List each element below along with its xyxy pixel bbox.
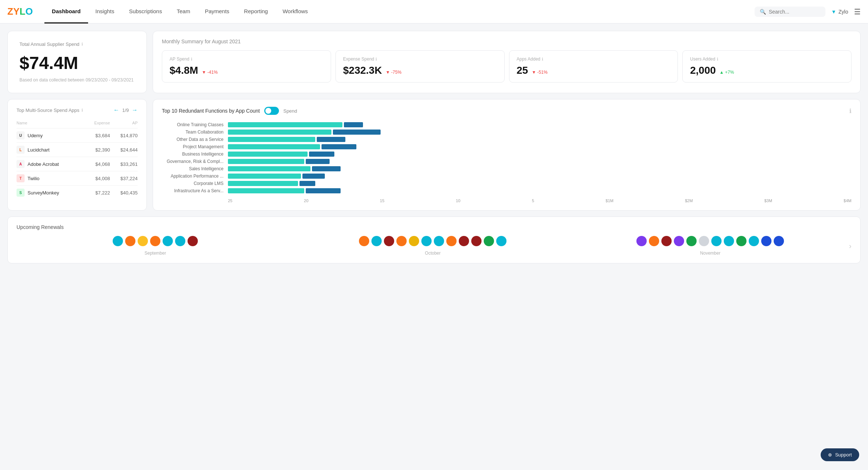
chart-label: Sales Intelligence — [162, 166, 228, 171]
multi-source-title: Top Multi-Source Spend Apps ℹ — [17, 108, 83, 113]
renewal-dot[interactable] — [749, 236, 759, 246]
chart-label: Other Data as a Service — [162, 137, 228, 142]
metric-info-icon[interactable]: ℹ — [375, 57, 377, 62]
x-axis-label: 25 — [228, 198, 232, 203]
renewal-dot[interactable] — [150, 236, 160, 246]
nav-reporting[interactable]: Reporting — [237, 0, 275, 23]
logo[interactable]: ZYLO — [7, 6, 33, 17]
renewal-dot[interactable] — [384, 236, 394, 246]
renewal-dot[interactable] — [636, 236, 647, 246]
renewal-dots — [636, 236, 784, 246]
prev-page-button[interactable]: ← — [113, 107, 119, 113]
monthly-summary-card: Monthly Summary for August 2021 AP Spend… — [153, 31, 861, 93]
app-expense: $4,068 — [85, 157, 110, 171]
app-ap: $33,261 — [110, 157, 138, 171]
user-menu[interactable]: ▼ Zylo — [831, 9, 848, 15]
metric-value: 2,000 — [690, 65, 716, 76]
teal-bar — [228, 137, 315, 142]
renewal-dot[interactable] — [113, 236, 123, 246]
renewal-dot[interactable] — [459, 236, 469, 246]
metric-value: 25 — [517, 65, 528, 76]
hamburger-icon[interactable]: ☰ — [854, 7, 861, 16]
monthly-title: Monthly Summary for August 2021 — [162, 39, 851, 44]
renewal-dot[interactable] — [421, 236, 432, 246]
metric-info-icon[interactable]: ℹ — [717, 57, 718, 62]
teal-bar — [228, 144, 320, 149]
month-label: September — [145, 251, 166, 256]
chart-row: Team Collaboration — [162, 130, 851, 135]
renewal-dot[interactable] — [761, 236, 771, 246]
chart-label: Business Intelligence — [162, 152, 228, 157]
blue-bar — [299, 181, 315, 186]
chart-info-icon[interactable]: ℹ — [849, 108, 851, 114]
renewal-dot[interactable] — [649, 236, 659, 246]
renewal-dot[interactable] — [125, 236, 135, 246]
renewal-dot[interactable] — [138, 236, 148, 246]
renewal-dot[interactable] — [724, 236, 734, 246]
next-page-button[interactable]: → — [132, 107, 138, 113]
middle-row: Top Multi-Source Spend Apps ℹ ← 1/9 → Na… — [7, 99, 861, 211]
teal-bar — [228, 159, 304, 164]
renewal-dot[interactable] — [711, 236, 722, 246]
metric-info-icon[interactable]: ℹ — [542, 57, 543, 62]
redundant-header: Top 10 Redundant Functions by App Count … — [162, 107, 851, 115]
x-axis: 252015105$1M$2M$3M$4M — [162, 198, 851, 203]
teal-bar — [228, 188, 304, 193]
renewal-dot[interactable] — [774, 236, 784, 246]
renewals-title: Upcoming Renewals — [17, 224, 851, 230]
chart-bars — [228, 122, 851, 127]
nav-insights[interactable]: Insights — [88, 0, 122, 23]
search-input[interactable] — [769, 9, 820, 15]
renewals-next-button[interactable]: › — [849, 242, 851, 250]
nav-payments[interactable]: Payments — [197, 0, 237, 23]
renewal-dot[interactable] — [736, 236, 747, 246]
blue-bar — [306, 188, 341, 193]
month-label: November — [700, 251, 720, 256]
table-row: L Lucidchart $2,390 $24,644 — [17, 143, 138, 157]
renewals-timeline: SeptemberOctoberNovember — [17, 236, 849, 256]
renewal-dot[interactable] — [674, 236, 684, 246]
nav-subscriptions[interactable]: Subscriptions — [121, 0, 169, 23]
nav-team[interactable]: Team — [169, 0, 197, 23]
redundant-functions-card: Top 10 Redundant Functions by App Count … — [153, 99, 861, 211]
renewal-dot[interactable] — [409, 236, 419, 246]
renewal-dot[interactable] — [175, 236, 185, 246]
top-row: Total Annual Supplier Spend ℹ $74.4M Bas… — [7, 31, 861, 93]
renewal-dot[interactable] — [396, 236, 407, 246]
renewal-dot[interactable] — [359, 236, 369, 246]
renewal-dot[interactable] — [188, 236, 198, 246]
toggle-switch[interactable] — [264, 107, 279, 115]
renewal-dot[interactable] — [471, 236, 482, 246]
supplier-sub: Based on data collected between 09/23/20… — [19, 77, 135, 83]
metric-change: ▼ -75% — [386, 70, 402, 75]
nav-dashboard[interactable]: Dashboard — [44, 0, 88, 23]
blue-bar — [344, 122, 363, 127]
nav-right: 🔍 ▼ Zylo ☰ — [755, 7, 861, 17]
nav-workflows[interactable]: Workflows — [275, 0, 315, 23]
search-box[interactable]: 🔍 — [755, 7, 825, 17]
renewal-dot[interactable] — [699, 236, 709, 246]
toggle-knob — [265, 108, 271, 114]
teal-bar — [228, 181, 298, 186]
app-table: Name Expense AP U Udemy $3,684 $14,870 L… — [17, 119, 138, 200]
multi-source-header: Top Multi-Source Spend Apps ℹ ← 1/9 → — [17, 107, 138, 113]
chart-bars — [228, 181, 851, 186]
renewal-dot[interactable] — [661, 236, 672, 246]
renewal-dot[interactable] — [371, 236, 382, 246]
blue-bar — [322, 144, 356, 149]
chart-bars — [228, 152, 851, 157]
renewal-dot[interactable] — [163, 236, 173, 246]
app-name-cell: T Twilio — [17, 171, 85, 186]
renewal-dot[interactable] — [496, 236, 506, 246]
renewal-dot[interactable] — [434, 236, 444, 246]
chart-bars — [228, 144, 851, 149]
app-icon: S — [17, 189, 25, 197]
multi-source-info-icon[interactable]: ℹ — [81, 108, 83, 113]
renewal-dot[interactable] — [446, 236, 457, 246]
search-icon: 🔍 — [760, 9, 766, 15]
supplier-info-icon[interactable]: ℹ — [81, 42, 83, 47]
renewal-dot[interactable] — [484, 236, 494, 246]
table-row: U Udemy $3,684 $14,870 — [17, 128, 138, 143]
renewal-dot[interactable] — [686, 236, 697, 246]
metric-info-icon[interactable]: ℹ — [191, 57, 192, 62]
